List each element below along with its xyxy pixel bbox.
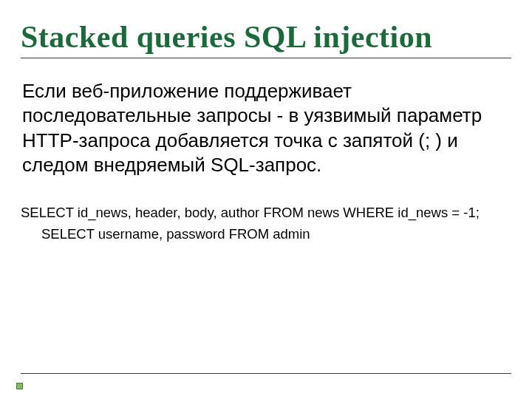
footer-bullet-icon	[16, 383, 23, 389]
slide-title: Stacked queries SQL injection	[21, 19, 511, 55]
slide: Stacked queries SQL injection Если веб-п…	[0, 0, 532, 399]
sql-line-1: SELECT id_news, header, body, author FRO…	[21, 202, 511, 224]
footer-divider	[21, 373, 511, 374]
title-divider	[21, 58, 511, 58]
body-paragraph: Если веб-приложение поддерживает последо…	[22, 79, 510, 177]
sql-example: SELECT id_news, header, body, author FRO…	[21, 202, 511, 245]
sql-line-2: SELECT username, password FROM admin	[21, 224, 511, 245]
